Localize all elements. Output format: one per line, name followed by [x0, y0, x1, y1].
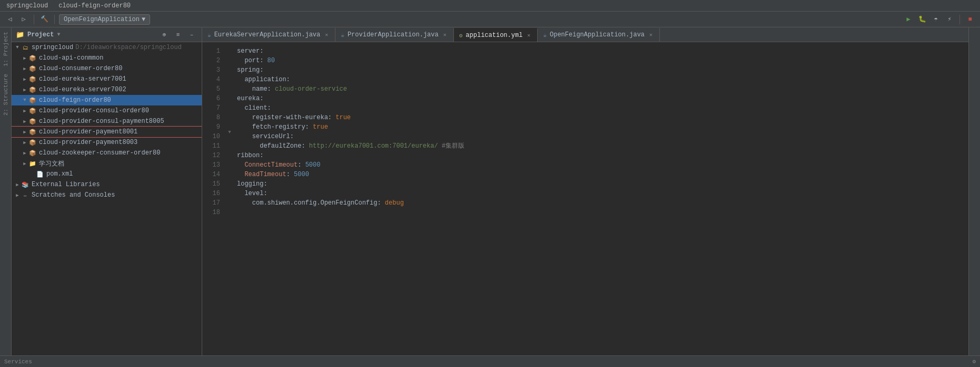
tree-root-icon: 🗂	[21, 43, 29, 52]
tree-item-external-libs[interactable]: ▶ 📚 External Libraries	[12, 179, 202, 190]
label-study-docs: 学习文档	[39, 159, 64, 168]
label-external-libs: External Libraries	[32, 181, 100, 188]
icon-zookeeper-order80: 📦	[28, 149, 37, 157]
gutter-2	[224, 52, 235, 61]
code-line-10[interactable]: serviceUrl:	[235, 132, 968, 141]
tree-item-scratches[interactable]: ▶ ✏ Scratches and Consoles	[12, 190, 202, 200]
profile-btn[interactable]: ⚡	[944, 14, 955, 25]
line-num-6: 6	[202, 94, 220, 103]
arrow-api-common: ▶	[21, 54, 28, 62]
services-label[interactable]: Services	[4, 359, 32, 365]
project-header-icon: 📁	[16, 31, 24, 39]
tab-close-eureka[interactable]: ✕	[323, 32, 330, 38]
gutter-9	[224, 118, 235, 128]
code-content[interactable]: server: port: 80spring: application: nam…	[235, 42, 968, 355]
code-line-14[interactable]: ReadTimeout: 5000	[235, 170, 968, 179]
line-num-9: 9	[202, 122, 220, 132]
tree-item-feign-order80[interactable]: ▼ 📦 cloud-feign-order80	[12, 95, 202, 105]
toolbar: ◁ ▷ 🔨 OpenFeignApplication ▼ ▶ 🐛 ☂ ⚡ ■	[0, 12, 980, 27]
line-num-11: 11	[202, 141, 220, 151]
tree-root[interactable]: ▼ 🗂 springcloud D:/ideaworkspace/springc…	[12, 42, 202, 53]
toolbar-right: ▶ 🐛 ☂ ⚡ ■	[903, 14, 976, 25]
stop-btn[interactable]: ■	[964, 14, 976, 25]
icon-consul-payment8005: 📦	[28, 117, 37, 125]
code-line-1[interactable]: server:	[235, 46, 968, 56]
project-locate-btn[interactable]: ⊕	[159, 29, 170, 41]
line-num-16: 16	[202, 189, 220, 198]
line-num-14: 14	[202, 170, 220, 179]
run-btn[interactable]: ▶	[903, 14, 914, 25]
label-zookeeper-order80: cloud-zookeeper-consumer-order80	[39, 149, 160, 157]
arrow-consul-payment8005: ▶	[21, 118, 28, 125]
code-line-2[interactable]: port: 80	[235, 56, 968, 65]
code-line-7[interactable]: client:	[235, 103, 968, 113]
code-line-12[interactable]: ribbon:	[235, 151, 968, 160]
tree-item-zookeeper-order80[interactable]: ▶ 📦 cloud-zookeeper-consumer-order80	[12, 148, 202, 158]
code-line-4[interactable]: application:	[235, 75, 968, 84]
code-line-5[interactable]: name: cloud-order-service	[235, 84, 968, 94]
code-line-13[interactable]: ConnectTimeout: 5000	[235, 160, 968, 170]
debug-btn[interactable]: 🐛	[916, 14, 928, 25]
code-line-16[interactable]: level:	[235, 189, 968, 198]
tree-item-eureka7001[interactable]: ▶ 📦 cloud-eureka-server7001	[12, 74, 202, 84]
bottom-right-icon[interactable]: ⚙	[972, 358, 976, 365]
tab-openfeign-app[interactable]: ☕ OpenFeignApplication.java ✕	[538, 28, 660, 42]
line-num-2: 2	[202, 56, 220, 65]
tree-item-pom[interactable]: 📄 pom.xml	[12, 169, 202, 179]
code-line-9[interactable]: fetch-registry: true	[235, 122, 968, 132]
coverage-btn[interactable]: ☂	[930, 14, 942, 25]
code-line-8[interactable]: register-with-eureka: true	[235, 113, 968, 122]
tab-close-openfeign[interactable]: ✕	[648, 32, 654, 38]
gutter-3	[224, 61, 235, 71]
gutter-10[interactable]: ▼	[224, 128, 235, 137]
tree-item-consumer-order80[interactable]: ▶ 📦 cloud-consumer-order80	[12, 63, 202, 74]
tree-item-consul-payment8005[interactable]: ▶ 📦 cloud-provider-consul-payment8005	[12, 116, 202, 127]
menu-project[interactable]: cloud-feign-order80	[56, 2, 133, 9]
sidebar-label-project[interactable]: 1: Project	[3, 30, 9, 69]
tab-provider-app[interactable]: ☕ ProviderApplication.java ✕	[335, 28, 453, 42]
project-header-title: Project	[27, 31, 54, 38]
project-header-dropdown[interactable]: ▼	[57, 32, 60, 37]
label-payment8001: cloud-provider-payment8001	[39, 128, 137, 136]
line-num-5: 5	[202, 84, 220, 94]
tree-item-payment8001[interactable]: ▶ 📦 cloud-provider-payment8001	[12, 127, 202, 137]
menu-springcloud[interactable]: springcloud	[4, 2, 50, 9]
navigate-forward-btn[interactable]: ▷	[18, 14, 29, 25]
tab-close-yml[interactable]: ✕	[526, 32, 532, 38]
code-gutter: ▼	[224, 42, 235, 355]
project-settings-btn[interactable]: ≡	[172, 29, 184, 41]
label-consumer-order80: cloud-consumer-order80	[39, 65, 122, 72]
tab-eureka-server-app[interactable]: ☕ EurekaServerApplication.java ✕	[202, 28, 335, 42]
code-line-3[interactable]: spring:	[235, 65, 968, 75]
code-line-11[interactable]: defaultZone: http://eureka7001.com:7001/…	[235, 141, 968, 151]
toolbar-separator-1	[34, 15, 34, 24]
run-config-selector[interactable]: OpenFeignApplication ▼	[59, 14, 150, 25]
tree-item-payment8003[interactable]: ▶ 📦 cloud-provider-payment8003	[12, 137, 202, 148]
navigate-back-btn[interactable]: ◁	[4, 14, 16, 25]
project-close-btn[interactable]: –	[186, 29, 197, 41]
code-line-17[interactable]: com.shiwen.config.OpenFeignConfig: debug	[235, 198, 968, 208]
tree-item-eureka7002[interactable]: ▶ 📦 cloud-eureka-server7002	[12, 84, 202, 95]
code-line-6[interactable]: eureka:	[235, 94, 968, 103]
build-btn[interactable]: 🔨	[38, 14, 50, 25]
right-sidebar-icons	[968, 27, 980, 355]
label-pom: pom.xml	[46, 170, 73, 178]
code-line-15[interactable]: logging:	[235, 179, 968, 189]
code-editor[interactable]: 123456789101112131415161718 ▼ server: po…	[202, 42, 968, 355]
label-scratches: Scratches and Consoles	[32, 191, 115, 199]
tab-application-yml[interactable]: ⚙ application.yml ✕	[454, 28, 538, 42]
icon-payment8003: 📦	[28, 138, 37, 147]
line-num-8: 8	[202, 113, 220, 122]
bottom-panel: Services ⚙	[0, 355, 980, 367]
icon-feign-order80: 📦	[28, 96, 37, 104]
sidebar-label-structure[interactable]: 2: Structure	[3, 72, 9, 118]
gutter-15	[224, 175, 235, 185]
tree-item-api-common[interactable]: ▶ 📦 cloud-api-conmmon	[12, 53, 202, 63]
code-line-18[interactable]	[235, 208, 968, 217]
tab-close-provider[interactable]: ✕	[442, 32, 448, 38]
tree-item-study-docs[interactable]: ▶ 📁 学习文档	[12, 158, 202, 169]
gutter-7	[224, 99, 235, 109]
arrow-zookeeper-order80: ▶	[21, 149, 28, 157]
tree-item-consul-order80[interactable]: ▶ 📦 cloud-provider-consul-order80	[12, 105, 202, 116]
project-panel: 📁 Project ▼ ⊕ ≡ – ▼ 🗂 springcloud D:/ide…	[12, 27, 202, 355]
